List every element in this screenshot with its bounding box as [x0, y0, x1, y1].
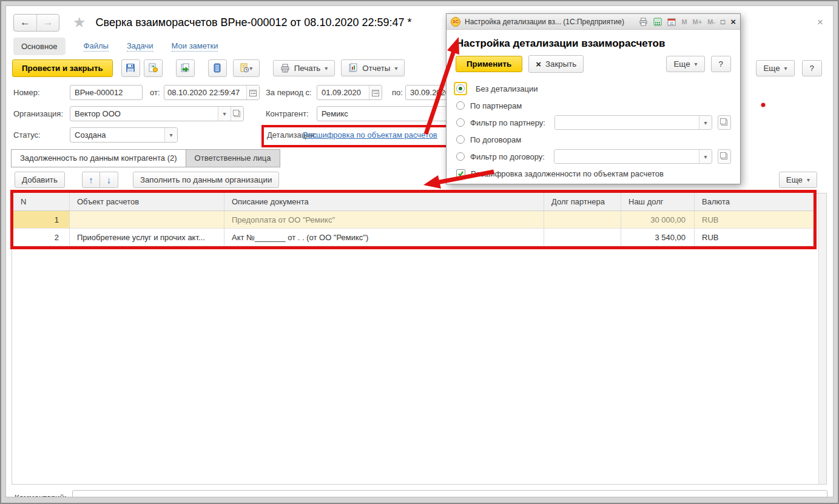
date-calendar-button[interactable] [246, 86, 259, 99]
number-field[interactable] [70, 85, 143, 100]
counterparty-input[interactable] [317, 107, 448, 121]
option-filter-by-partner[interactable]: Фильтр по партнеру: ▾ [456, 114, 731, 131]
organization-open-button[interactable] [231, 107, 243, 121]
post-and-forward-button[interactable] [176, 59, 195, 77]
create-based-on-button[interactable]: ▾ [233, 59, 260, 77]
partner-filter-open-button[interactable] [718, 115, 731, 130]
post-document-button[interactable] [144, 59, 163, 77]
date-field[interactable] [164, 85, 260, 100]
calculator-icon[interactable] [653, 18, 662, 26]
table-row[interactable]: 2 Приобретение услуг и прочих акт... Акт… [13, 229, 814, 246]
organization-input[interactable] [70, 107, 218, 121]
dialog-more-button[interactable]: Еще ▾ [666, 56, 704, 72]
dialog-close-icon[interactable]: × [730, 16, 736, 27]
organization-dropdown-button[interactable]: ▾ [218, 107, 231, 121]
related-documents-button[interactable] [208, 59, 227, 77]
history-nav: ← → [13, 14, 59, 32]
cell-object[interactable]: Приобретение услуг и прочих акт... [70, 229, 224, 246]
counterparty-field[interactable] [317, 106, 449, 121]
option-by-contracts[interactable]: По договорам [456, 131, 731, 148]
partner-filter-input[interactable] [555, 116, 699, 129]
more-button[interactable]: Еще ▾ [756, 60, 794, 76]
contract-filter-dropdown-button[interactable]: ▾ [699, 150, 712, 163]
table-more-button[interactable]: Еще ▾ [779, 172, 817, 188]
back-button[interactable]: ← [14, 15, 36, 31]
radio-icon[interactable] [456, 101, 465, 110]
contract-filter-input[interactable] [554, 150, 699, 163]
option-by-partners[interactable]: По партнерам [456, 97, 731, 114]
comment-input[interactable] [72, 490, 828, 497]
calendar-icon[interactable]: 31 [667, 18, 676, 26]
option-breakdown-checkbox-row[interactable]: Расшифровка задолженности по объектам ра… [456, 165, 731, 182]
radio-icon[interactable] [456, 152, 465, 161]
header-our-debt[interactable]: Наш долг [621, 193, 695, 211]
radio-icon[interactable] [456, 118, 465, 127]
header-n[interactable]: N [13, 193, 70, 211]
move-down-button[interactable]: ↓ [100, 172, 118, 188]
header-partner-debt[interactable]: Долг партнера [544, 193, 621, 211]
cell-partner-debt[interactable] [544, 229, 621, 246]
reports-button[interactable]: Отчеты ▾ [341, 59, 405, 76]
tab-main[interactable]: Основное [13, 38, 66, 55]
vertical-scrollbar[interactable] [818, 193, 826, 484]
cell-description[interactable]: Предоплата от ОО "Ремикс" [224, 211, 544, 229]
cell-our-debt[interactable]: 30 000,00 [621, 211, 695, 229]
add-row-button[interactable]: Добавить [15, 172, 65, 188]
nav-link-files[interactable]: Файлы [84, 41, 109, 52]
tab-responsible[interactable]: Ответственные лица [186, 149, 280, 167]
post-and-close-button[interactable]: Провести и закрыть [12, 59, 113, 77]
header-object[interactable]: Объект расчетов [70, 193, 224, 211]
contract-filter-field[interactable]: ▾ [554, 149, 712, 164]
move-up-button[interactable]: ↑ [82, 172, 100, 188]
cell-partner-debt[interactable] [544, 211, 621, 229]
dialog-help-button[interactable]: ? [711, 56, 731, 72]
status-field[interactable]: ▾ [70, 127, 178, 143]
forward-button[interactable]: → [36, 15, 59, 31]
cell-object[interactable] [70, 211, 224, 229]
help-button[interactable]: ? [802, 60, 822, 76]
status-input[interactable] [70, 128, 164, 142]
move-row-buttons: ↑ ↓ [82, 172, 118, 188]
header-currency[interactable]: Валюта [695, 193, 814, 211]
window-close-icon[interactable]: × [816, 16, 824, 29]
organization-field[interactable]: ▾ [70, 106, 244, 121]
cell-currency[interactable]: RUB [695, 211, 814, 229]
period-from-calendar-button[interactable] [369, 86, 382, 99]
cell-n[interactable]: 1 [13, 211, 70, 229]
status-dropdown-button[interactable]: ▾ [164, 128, 177, 142]
apply-button[interactable]: Применить [456, 56, 522, 72]
radio-selected-icon[interactable] [456, 84, 465, 93]
memory-m-plus-button[interactable]: M+ [693, 18, 703, 25]
nav-link-notes[interactable]: Мои заметки [172, 41, 218, 52]
partner-filter-field[interactable]: ▾ [554, 115, 712, 130]
date-input[interactable] [164, 86, 246, 99]
header-description[interactable]: Описание документа [224, 193, 544, 211]
option-no-detailing[interactable]: Без детализации [456, 80, 731, 97]
number-label: Номер: [13, 88, 40, 97]
option-filter-by-contract[interactable]: Фильтр по договору: ▾ [456, 148, 731, 165]
print-button[interactable]: Печать ▾ [273, 60, 335, 76]
printer-icon[interactable] [639, 18, 648, 26]
checkbox-checked-icon[interactable] [456, 169, 465, 178]
period-from-input[interactable] [317, 86, 369, 99]
tab-debt[interactable]: Задолженность по данным контрагента (2) [11, 149, 186, 167]
nav-link-tasks[interactable]: Задачи [127, 41, 153, 52]
favorite-star-icon[interactable]: ★ [73, 14, 86, 31]
cell-currency[interactable]: RUB [695, 229, 814, 246]
cell-n[interactable]: 2 [13, 229, 70, 246]
partner-filter-dropdown-button[interactable]: ▾ [699, 116, 712, 129]
save-button[interactable] [121, 59, 140, 77]
contract-filter-open-button[interactable] [718, 149, 731, 164]
dialog-titlebar[interactable]: 1С Настройка детализации вз... (1С:Предп… [446, 14, 740, 30]
radio-icon[interactable] [456, 135, 465, 144]
maximize-icon[interactable]: □ [721, 18, 725, 26]
table-row[interactable]: 1 Предоплата от ОО "Ремикс" 30 000,00 RU… [13, 211, 814, 229]
cell-our-debt[interactable]: 3 540,00 [621, 229, 695, 246]
close-button[interactable]: × Закрыть [528, 55, 584, 73]
memory-m-button[interactable]: M [681, 18, 687, 25]
memory-m-minus-button[interactable]: M- [707, 18, 715, 25]
cell-description[interactable]: Акт №_______ от . . (от ОО "Ремикс") [224, 229, 544, 246]
period-from-field[interactable] [317, 85, 382, 100]
number-input[interactable] [70, 86, 142, 99]
fill-by-organization-button[interactable]: Заполнить по данным организации [133, 172, 279, 188]
